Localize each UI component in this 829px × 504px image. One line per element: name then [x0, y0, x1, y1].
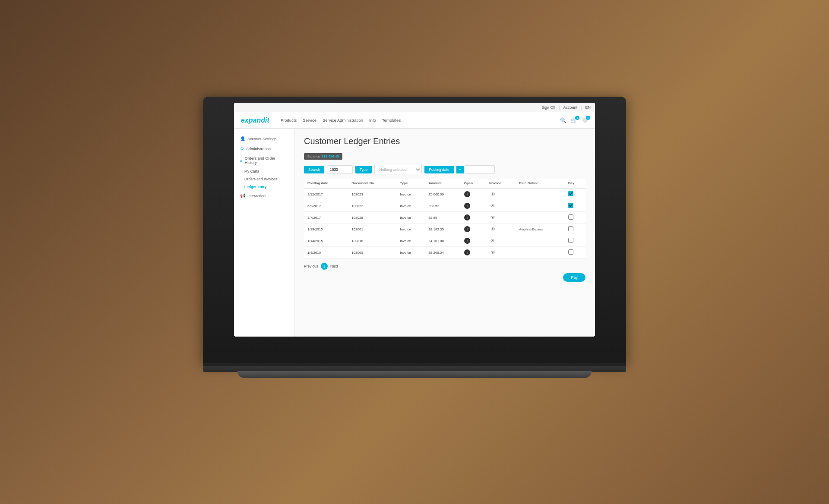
pay-checkbox-4[interactable]	[568, 226, 573, 231]
pagination-current[interactable]: 1	[321, 263, 328, 270]
invoice-6[interactable]: 👁	[486, 247, 516, 258]
pay-button[interactable]: Pay	[563, 273, 585, 282]
search-icon[interactable]: 🔍	[560, 117, 566, 123]
invoice-4[interactable]: 👁	[486, 224, 516, 235]
table-head: Posting date Document No. Type Amount Op…	[304, 179, 585, 188]
user-icon: 👤	[240, 136, 245, 141]
sidebar-administration[interactable]: ⚙ Administration	[234, 144, 294, 154]
open-5[interactable]: !	[461, 235, 486, 247]
table-row: 1/19/2015 103001 Invoice £8,182.35 ! 👁 A…	[304, 224, 585, 235]
account-link[interactable]: Account	[563, 105, 578, 110]
date-separator: ~	[456, 166, 464, 173]
eye-icon-1[interactable]: 👁	[489, 191, 497, 197]
col-pay: Pay	[565, 179, 585, 188]
ledger-table: Posting date Document No. Type Amount Op…	[304, 179, 585, 258]
sidebar-orders-label: Orders and Order History	[245, 156, 288, 165]
language-selector[interactable]: EN	[585, 105, 591, 110]
nav-service[interactable]: Service	[303, 118, 316, 123]
open-4[interactable]: !	[461, 224, 486, 235]
open-6[interactable]: !	[461, 247, 486, 258]
info-icon-4[interactable]: !	[464, 226, 470, 232]
pay-checkbox-1[interactable]	[568, 191, 573, 196]
cart-icon[interactable]: 🛒 1	[571, 117, 577, 123]
balance-label: Balance	[307, 154, 320, 158]
pay-checkbox-3[interactable]	[568, 214, 573, 220]
doc-no-1: 103023	[348, 188, 396, 200]
next-button[interactable]: Next	[330, 264, 338, 268]
content-area: 👤 Account Settings ⚙ Administration ≡ Or…	[234, 129, 595, 337]
sidebar-my-carts[interactable]: My Carts	[234, 167, 294, 175]
table-row: 1/4/2015 103005 Invoice £8,269.04 ! 👁	[304, 247, 585, 258]
pay-checkbox-5[interactable]	[568, 238, 573, 243]
eye-icon-6[interactable]: 👁	[489, 249, 497, 255]
invoice-3[interactable]: 👁	[486, 212, 516, 224]
pay-btn-wrapper: Pay	[304, 273, 585, 282]
sidebar-orders[interactable]: ≡ Orders and Order History	[234, 154, 294, 167]
type-1: Invoice	[396, 188, 425, 200]
search-button[interactable]: Search	[304, 166, 324, 173]
info-icon-6[interactable]: !	[464, 249, 470, 255]
col-open: Open	[461, 179, 486, 188]
paid-online-1	[516, 188, 565, 200]
search-input[interactable]	[327, 165, 353, 174]
posting-date-2: 6/2/2017	[304, 200, 348, 212]
wishlist-badge: 1	[586, 116, 590, 120]
sign-off-link[interactable]: Sign Off	[541, 105, 555, 110]
pay-5[interactable]	[565, 235, 585, 247]
amount-1: £5,000.00	[425, 188, 460, 200]
info-icon-5[interactable]: !	[464, 238, 470, 244]
nav-service-admin[interactable]: Service Administration	[323, 118, 363, 123]
table-body: 9/12/2017 103023 Invoice £5,000.00 ! 👁	[304, 188, 585, 258]
wishlist-icon[interactable]: 🤍 1	[582, 117, 588, 123]
type-button[interactable]: Type	[355, 166, 372, 173]
nav-info[interactable]: Info	[369, 118, 376, 123]
paid-online-2	[516, 200, 565, 212]
date-from-input[interactable]	[465, 165, 495, 174]
my-carts-label: My Carts	[244, 169, 259, 173]
paid-online-5	[516, 235, 565, 247]
nav-items: Products Service Service Administration …	[281, 118, 553, 123]
sidebar-orders-invoices[interactable]: Orders and Invoices	[234, 175, 294, 183]
pay-4[interactable]	[565, 224, 585, 235]
sidebar-account-label: Account Settings	[247, 137, 277, 141]
pay-3[interactable]	[565, 212, 585, 224]
pay-6[interactable]	[565, 247, 585, 258]
eye-icon-5[interactable]: 👁	[489, 238, 497, 244]
nav-right: 🔍 🛒 1 🤍 1	[560, 117, 588, 123]
nav-templates[interactable]: Templates	[382, 118, 401, 123]
pay-2[interactable]	[565, 200, 585, 212]
col-type: Type	[396, 179, 425, 188]
posting-date-4: 1/19/2015	[304, 224, 348, 235]
open-3[interactable]: !	[461, 212, 486, 224]
posting-date-6: 1/4/2015	[304, 247, 348, 258]
nav-products[interactable]: Products	[281, 118, 297, 123]
eye-icon-3[interactable]: 👁	[489, 214, 497, 220]
pay-checkbox-6[interactable]	[568, 249, 573, 255]
open-2[interactable]: !	[461, 200, 486, 212]
sidebar-account-settings[interactable]: 👤 Account Settings	[234, 134, 294, 144]
prev-button[interactable]: Previous	[304, 264, 318, 268]
sidebar-interaction[interactable]: 📢 Interaction	[234, 191, 294, 201]
paid-online-6	[516, 247, 565, 258]
open-1[interactable]: !	[461, 188, 486, 200]
eye-icon-2[interactable]: 👁	[489, 203, 497, 209]
invoice-1[interactable]: 👁	[486, 188, 516, 200]
amount-3: £9.89	[425, 212, 460, 224]
sidebar-ledger-entry[interactable]: Ledger entry	[234, 183, 294, 191]
pay-1[interactable]	[565, 188, 585, 200]
eye-icon-4[interactable]: 👁	[489, 226, 497, 232]
paid-online-4: AmericanExpress	[516, 224, 565, 235]
info-icon-1[interactable]: !	[464, 191, 470, 197]
date-range: ~	[456, 165, 495, 174]
invoice-2[interactable]: 👁	[486, 200, 516, 212]
type-select[interactable]: Nothing selected	[374, 165, 422, 174]
orders-icon: ≡	[240, 158, 243, 163]
main-nav: expandit Products Service Service Admini…	[234, 112, 595, 129]
info-icon-2[interactable]: !	[464, 203, 470, 209]
posting-date-button[interactable]: Posting date	[424, 166, 453, 173]
pay-checkbox-2[interactable]	[568, 203, 573, 208]
info-icon-3[interactable]: !	[464, 214, 470, 220]
amount-4: £8,182.35	[425, 224, 460, 235]
invoice-5[interactable]: 👁	[486, 235, 516, 247]
type-6: Invoice	[396, 247, 425, 258]
